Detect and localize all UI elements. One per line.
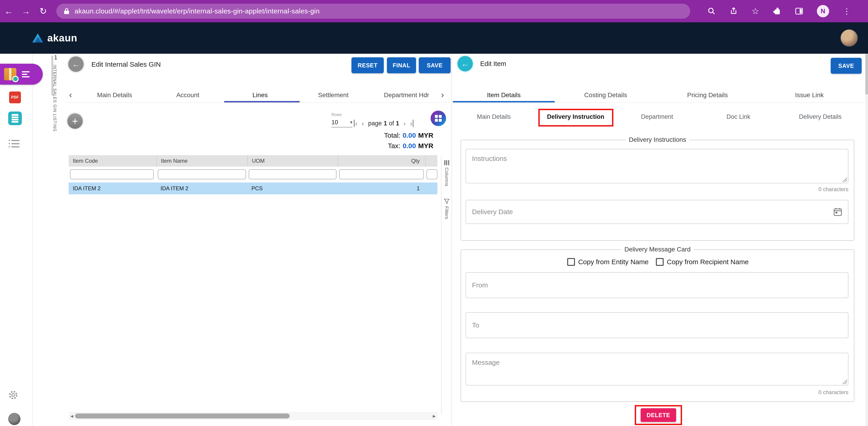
page-scrollbar[interactable] [865,54,868,426]
rows-per-page-select[interactable]: 10 ▾ [332,117,352,127]
browser-forward-button[interactable]: → [17,6,35,16]
browser-back-button[interactable]: ← [0,6,17,16]
delivery-message-card-section: Delivery Message Card Copy from Entity N… [461,249,855,402]
last-page-icon[interactable]: › [410,120,414,127]
filters-label: Filters [444,206,450,219]
tab-department-hdr[interactable]: Department Hdr [384,91,429,99]
columns-rail-button[interactable]: Columns [441,160,452,187]
table-row[interactable]: IDA ITEM 2 IDA ITEM 2 PCS 1 [69,182,437,194]
page-word: page [368,120,382,127]
col-header-qty[interactable]: Qty [338,155,425,167]
col-header-item-name[interactable]: Item Name [156,155,247,167]
page-scrollbar-thumb[interactable] [865,54,868,95]
search-icon[interactable] [708,7,716,15]
prev-page-icon[interactable]: ‹ [362,120,364,127]
akaun-logo: akaun [32,32,77,44]
invoice-applet-icon[interactable] [8,112,22,125]
checkbox-copy-recipient[interactable] [656,258,663,266]
share-icon[interactable] [730,7,738,15]
settings-gear-icon[interactable] [8,390,19,402]
copy-from-recipient-option[interactable]: Copy from Recipient Name [656,258,749,266]
horizontal-scrollbar-thumb[interactable] [75,414,290,419]
sidebar-user-avatar[interactable] [8,413,21,425]
filter-qty-input[interactable] [339,169,424,179]
resize-handle-icon[interactable] [842,379,847,384]
tax-amount: Tax: 0.00 MYR [388,142,433,150]
chrome-toolbar: ☆ N ⋮ [690,5,868,17]
globe-badge-icon [12,76,19,82]
message-textarea[interactable] [466,353,848,386]
item-save-button[interactable]: SAVE [831,58,862,74]
cell-item-code: IDA ITEM 2 [69,182,156,194]
delete-button[interactable]: DELETE [641,408,676,422]
first-page-icon[interactable]: ‹ [354,120,358,127]
reset-button[interactable]: RESET [351,57,384,73]
filter-item-code-input[interactable] [70,169,154,179]
columns-label: Columns [444,168,450,187]
resize-handle-icon[interactable] [842,177,847,182]
subtab-department[interactable]: Department [641,113,673,120]
listing-applet-icon[interactable] [9,140,20,147]
copy-recipient-label[interactable]: Copy from Recipient Name [667,258,749,266]
add-line-button[interactable]: + [67,113,83,129]
tab-costing-details[interactable]: Costing Details [584,91,627,99]
browser-menu-dots-icon[interactable]: ⋮ [843,7,850,16]
applet-sidebar: PDF [0,54,33,426]
address-bar[interactable]: akaun.cloud/#/applet/tnt/wavelet/erp/int… [56,4,690,19]
package-applet-icon [4,68,17,80]
pdf-applet-icon[interactable]: PDF [9,91,21,103]
extensions-icon[interactable] [773,7,781,15]
user-avatar[interactable] [840,29,858,47]
tab-settlement[interactable]: Settlement [318,91,348,99]
tab-main-details[interactable]: Main Details [97,91,132,99]
col-header-uom[interactable]: UOM [247,155,338,167]
filters-rail-button[interactable]: Filters [441,199,452,219]
final-button[interactable]: FINAL [387,57,416,73]
tab-item-details[interactable]: Item Details [487,91,521,99]
side-panel-icon[interactable] [795,7,803,15]
tab-lines[interactable]: Lines [253,91,268,99]
tabs-scroll-right-icon[interactable]: › [441,90,444,100]
checkbox-copy-entity[interactable] [567,258,575,266]
to-input[interactable] [466,312,848,338]
col-header-item-code[interactable]: Item Code [69,155,156,167]
edit-item-panel: ← Edit Item SAVE Item Details Costing De… [453,54,865,426]
bookmark-star-icon[interactable]: ☆ [751,6,759,16]
grid-view-button[interactable] [431,111,446,126]
applet-menu-icon [22,71,30,77]
instructions-textarea[interactable] [466,149,848,183]
browser-reload-button[interactable]: ↻ [35,6,52,16]
sidebar-item-active-applet[interactable] [0,64,43,85]
tab-account[interactable]: Account [176,91,199,99]
horizontal-scrollbar[interactable]: ◀ ▶ [69,412,437,420]
scroll-left-icon[interactable]: ◀ [69,413,75,419]
delivery-date-field [466,200,848,224]
item-back-button[interactable]: ← [457,56,473,72]
col-header-extra[interactable] [425,155,437,167]
copy-entity-label[interactable]: Copy from Entity Name [578,258,649,266]
tab-pricing-details[interactable]: Pricing Details [687,91,728,99]
from-input[interactable] [466,272,848,298]
delivery-date-input[interactable] [466,200,848,224]
copy-from-entity-option[interactable]: Copy from Entity Name [567,258,649,266]
filter-uom-input[interactable] [249,169,337,179]
filter-item-name-input[interactable] [158,169,246,179]
back-button[interactable]: ← [68,56,84,72]
filter-extra-input[interactable] [427,169,437,179]
calendar-icon[interactable] [833,207,842,218]
next-page-icon[interactable]: › [403,120,406,127]
tab-issue-link[interactable]: Issue Link [795,91,824,99]
save-button[interactable]: SAVE [419,57,451,73]
arrow-left-icon: ← [72,60,80,69]
grid-icon [435,115,442,122]
subtab-doc-link[interactable]: Doc Link [726,113,750,120]
annotation-highlight-subtab [538,109,613,126]
delivery-message-card-legend: Delivery Message Card [621,246,694,253]
scroll-right-icon[interactable]: ▶ [431,413,437,419]
browser-profile-avatar[interactable]: N [817,5,829,17]
tabs-scroll-left-icon[interactable]: ‹ [69,90,72,100]
subtab-main-details[interactable]: Main Details [477,113,511,120]
logo-text: akaun [47,32,77,44]
subtab-delivery-details[interactable]: Delivery Details [799,113,842,120]
total-value: 0.00 [403,132,416,139]
